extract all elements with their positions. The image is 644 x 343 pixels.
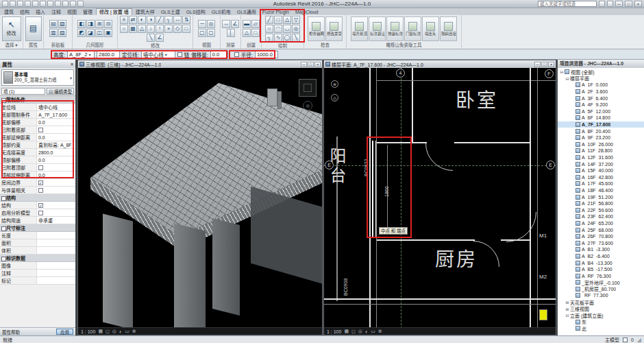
browser-item[interactable]: A_26F_70.800: [558, 233, 644, 240]
tree-expander-icon[interactable]: ⊟: [565, 313, 570, 318]
prop-value[interactable]: 2800.0: [37, 149, 75, 156]
crop-region-icon[interactable]: ⊕: [132, 329, 136, 334]
wall-to-roof-button[interactable]: 墙齐屋顶: [351, 16, 368, 41]
infocenter-search-input[interactable]: [538, 1, 597, 7]
undo-icon[interactable]: [25, 1, 31, 7]
browser-item[interactable]: A_18F_48.400: [558, 187, 644, 194]
offset-icon[interactable]: ⇄: [129, 16, 137, 24]
prop-value[interactable]: A_7F_17.600: [37, 111, 75, 118]
isolate-icon[interactable]: ◻: [207, 29, 215, 37]
visibility-icon[interactable]: ◎: [207, 20, 215, 28]
browser-item[interactable]: A_19F_51.200: [558, 193, 644, 200]
browser-item[interactable]: A_5F_12.000: [558, 108, 644, 115]
view3d-control-bar[interactable]: 1 : 100 ▦ ◻ ◎ ◐ ▭ ⊕: [78, 327, 322, 335]
browser-item[interactable]: A_10F_26.000: [558, 141, 644, 148]
prop-group-header[interactable]: 限制条件: [0, 96, 75, 104]
browser-item[interactable]: 北: [558, 325, 644, 332]
load-family-icon[interactable]: △: [243, 29, 251, 37]
properties-help-link[interactable]: 属性帮助: [2, 329, 20, 335]
wall-line[interactable]: [369, 68, 371, 329]
highlighted-element[interactable]: [539, 309, 547, 320]
column-3d[interactable]: [267, 88, 277, 106]
ribbon-tab[interactable]: 插入: [33, 9, 48, 15]
ribbon-tab[interactable]: GLS土建: [158, 9, 183, 15]
navigation-wheel-icon[interactable]: ⊕: [303, 101, 312, 110]
join-icon[interactable]: ⊞: [95, 20, 103, 28]
browser-item[interactable]: A_17F_45.600: [558, 180, 644, 187]
move-icon[interactable]: ↔: [173, 16, 182, 24]
browser-item[interactable]: _RF_77.300: [558, 292, 644, 299]
measure-icon[interactable]: [47, 1, 53, 7]
dimension-icon[interactable]: │: [227, 29, 235, 37]
prop-value[interactable]: [37, 270, 75, 276]
browser-item[interactable]: A_23F_62.400: [558, 213, 644, 220]
prop-value[interactable]: [37, 126, 75, 133]
ribbon-tab[interactable]: 管理: [80, 9, 95, 15]
3d-view-icon[interactable]: [62, 1, 69, 7]
tree-expander-icon[interactable]: ⊞: [565, 300, 570, 305]
browser-item[interactable]: A_RF_76.300: [558, 272, 644, 279]
scale-icon[interactable]: △: [138, 25, 146, 33]
type-selector-dropdown-icon[interactable]: ▾: [70, 75, 72, 80]
unpin-icon[interactable]: ↑: [156, 25, 164, 33]
detail-level-icon[interactable]: ▦: [98, 329, 103, 334]
prop-value[interactable]: 墙中心线: [37, 104, 75, 110]
browser-item[interactable]: A_2F_3.600: [558, 88, 644, 95]
browser-item[interactable]: 东: [558, 319, 644, 326]
browser-item[interactable]: A_14F_37.200: [558, 161, 644, 167]
shadows-icon[interactable]: ◐: [119, 329, 122, 334]
design-option-indicator[interactable]: 主模型: [605, 336, 619, 343]
browser-item[interactable]: ⊞三维视图: [558, 305, 644, 312]
ribbon-tab[interactable]: Fuzor Plugin: [260, 9, 292, 15]
tangent-arc-icon[interactable]: ◎: [292, 25, 300, 33]
prop-checkbox[interactable]: [38, 188, 43, 193]
split-face-icon[interactable]: ▣: [104, 29, 112, 37]
copy-icon[interactable]: ⇅: [182, 16, 190, 24]
radius-checkbox[interactable]: [234, 52, 239, 57]
prop-value[interactable]: [37, 164, 75, 171]
circumscribed-polygon-icon[interactable]: ▽: [292, 16, 300, 24]
browser-item[interactable]: A_11F_28.800: [558, 147, 644, 154]
prop-value[interactable]: [37, 232, 75, 239]
chain-checkbox[interactable]: [177, 52, 182, 57]
prop-checkbox[interactable]: [38, 211, 43, 215]
prop-checkbox[interactable]: [38, 165, 43, 170]
wall-line[interactable]: [324, 304, 556, 305]
panel-label-select[interactable]: 选择 ▾: [0, 42, 23, 49]
join-cut-icon[interactable]: □: [182, 25, 190, 33]
filter-icon[interactable]: [623, 338, 628, 342]
match-icon[interactable]: ◇: [173, 25, 182, 33]
edit-type-button[interactable]: 编辑类型: [47, 88, 74, 95]
browser-item[interactable]: A_B2_-6.400: [558, 253, 644, 260]
browser-item[interactable]: A_B1_-3.300: [558, 246, 644, 253]
inscribed-polygon-icon[interactable]: △: [283, 16, 291, 24]
instance-filter-select[interactable]: 墙 (1): [1, 88, 45, 95]
view3d-scale[interactable]: 1 : 100: [81, 329, 95, 334]
radius-input[interactable]: 1000.0: [255, 51, 278, 58]
browser-item[interactable]: A_27F_73.600: [558, 239, 644, 246]
prop-value[interactable]: [37, 277, 75, 284]
check-grid-button[interactable]: 检查轴网: [308, 16, 325, 41]
ribbon-tab[interactable]: GLS机电: [209, 9, 234, 15]
pin-icon[interactable]: ↓: [147, 25, 155, 33]
copy-to-clipboard-icon[interactable]: ▧: [58, 20, 66, 28]
restore-button[interactable]: □: [625, 1, 632, 7]
ribbon-tab[interactable]: 视图: [64, 9, 79, 15]
delete-icon[interactable]: ×: [164, 25, 173, 33]
slope-join-button[interactable]: 随斜连接: [440, 16, 457, 41]
wall-3d[interactable]: [174, 223, 206, 335]
sync-icon[interactable]: [77, 1, 84, 7]
center-ends-arc-icon[interactable]: ◡: [283, 25, 291, 33]
prop-group-header[interactable]: 标识数据: [0, 255, 75, 262]
wall-join-button[interactable]: 墙连头: [422, 16, 439, 41]
thin-lines-icon[interactable]: ─: [198, 20, 206, 28]
edit-icon[interactable]: ∠: [156, 34, 164, 42]
create-group-icon[interactable]: ▬: [243, 20, 251, 28]
prop-value[interactable]: 直到标高: A_8F: [37, 141, 75, 148]
dim-avoid-button[interactable]: 标注避让: [369, 16, 386, 41]
top-level-select[interactable]: A_8F_2▾: [67, 51, 95, 58]
hide-icon[interactable]: ▢: [198, 29, 206, 37]
selected-wall-line[interactable]: [375, 141, 376, 237]
height-input[interactable]: 2800.0: [97, 51, 120, 58]
signin-icon[interactable]: [599, 1, 605, 7]
